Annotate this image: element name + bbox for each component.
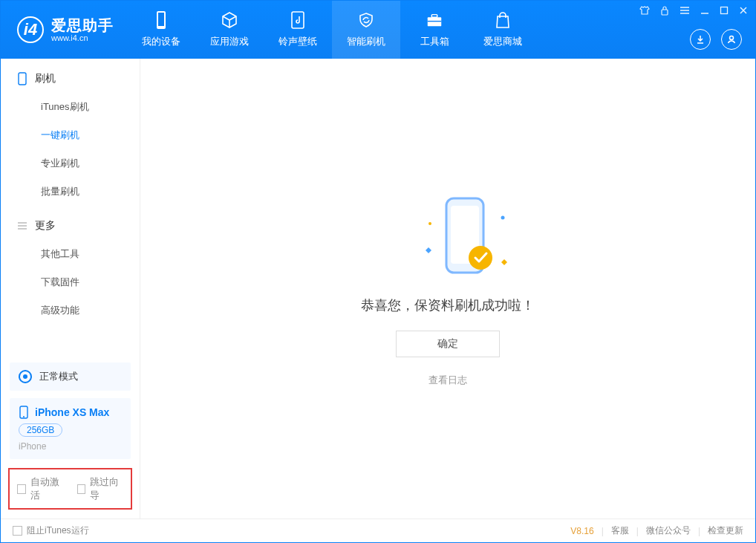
svg-rect-7 — [721, 7, 728, 14]
user-button[interactable] — [721, 29, 742, 50]
mode-indicator-icon — [19, 370, 32, 383]
lock-icon[interactable] — [660, 5, 669, 16]
ok-button[interactable]: 确定 — [396, 331, 500, 357]
nav-label: 我的设备 — [142, 35, 180, 48]
checkbox-label: 跳过向导 — [90, 475, 123, 502]
device-phone-icon — [19, 406, 29, 419]
bottom-options-highlight: 自动激活 跳过向导 — [8, 468, 132, 510]
music-file-icon — [289, 11, 307, 29]
version-label: V8.16 — [570, 526, 593, 536]
sidebar-item-batch-flash[interactable]: 批量刷机 — [1, 178, 140, 206]
menu-icon[interactable] — [680, 6, 690, 15]
svg-point-13 — [501, 215, 505, 219]
wechat-link[interactable]: 微信公众号 — [646, 524, 691, 537]
sidebar-group-flash: 刷机 — [1, 59, 140, 93]
sidebar-group-title: 刷机 — [35, 72, 56, 85]
sidebar-item-other-tools[interactable]: 其他工具 — [1, 240, 140, 268]
app-header: i4 爱思助手 www.i4.cn 我的设备 应用游戏 铃声壁纸 — [1, 1, 755, 59]
cube-icon — [221, 11, 238, 29]
check-update-link[interactable]: 检查更新 — [708, 524, 743, 537]
device-type: iPhone — [19, 441, 122, 452]
svg-point-16 — [469, 246, 492, 270]
success-message: 恭喜您，保资料刷机成功啦！ — [361, 296, 535, 314]
svg-rect-5 — [428, 21, 441, 22]
checkbox-label: 阻止iTunes运行 — [27, 524, 89, 537]
download-button[interactable] — [690, 29, 711, 50]
nav-tab-store[interactable]: 爱思商城 — [469, 1, 537, 59]
header-right-icons — [690, 29, 742, 50]
device-capacity: 256GB — [19, 423, 62, 437]
svg-rect-4 — [431, 15, 437, 18]
phone-outline-icon — [17, 72, 27, 85]
nav-label: 智能刷机 — [347, 35, 385, 48]
svg-rect-9 — [19, 73, 26, 85]
nav-tab-toolbox[interactable]: 工具箱 — [400, 1, 469, 59]
nav-label: 工具箱 — [420, 35, 449, 48]
mode-card[interactable]: 正常模式 — [10, 362, 131, 391]
checkbox-block-itunes[interactable]: 阻止iTunes运行 — [13, 524, 89, 537]
close-icon[interactable] — [739, 6, 748, 15]
svg-rect-1 — [158, 13, 164, 26]
checkbox-skip-guide[interactable]: 跳过向导 — [77, 475, 124, 502]
checkbox-label: 自动激活 — [30, 475, 64, 502]
sidebar-item-oneclick-flash[interactable]: 一键刷机 — [1, 121, 140, 149]
device-name: iPhone XS Max — [35, 406, 109, 418]
checkbox-auto-activate[interactable]: 自动激活 — [17, 475, 64, 502]
nav-label: 爱思商城 — [483, 35, 522, 48]
logo-title: 爱思助手 — [51, 17, 114, 33]
view-log-link[interactable]: 查看日志 — [428, 374, 467, 387]
svg-point-11 — [23, 416, 25, 417]
checkbox-icon — [77, 484, 86, 494]
svg-point-12 — [428, 222, 431, 225]
support-link[interactable]: 客服 — [611, 524, 629, 537]
sidebar-item-itunes-flash[interactable]: iTunes刷机 — [1, 93, 140, 121]
device-panel: 正常模式 iPhone XS Max 256GB iPhone — [10, 362, 131, 459]
titlebar-controls — [639, 5, 748, 16]
nav-tab-flash[interactable]: 智能刷机 — [332, 1, 400, 59]
logo-subtitle: www.i4.cn — [51, 33, 114, 42]
sidebar-group-title: 更多 — [35, 219, 56, 233]
success-illustration — [403, 191, 492, 280]
toolbox-icon — [426, 11, 443, 29]
nav-tab-device[interactable]: 我的设备 — [127, 1, 195, 59]
main-content: 恭喜您，保资料刷机成功啦！ 确定 查看日志 — [140, 59, 755, 518]
minimize-icon[interactable] — [700, 6, 709, 15]
sidebar-item-pro-flash[interactable]: 专业刷机 — [1, 149, 140, 178]
phone-icon — [152, 11, 170, 29]
svg-rect-3 — [428, 17, 441, 26]
nav-tab-apps[interactable]: 应用游戏 — [195, 1, 264, 59]
list-icon — [17, 221, 27, 230]
status-bar: 阻止iTunes运行 V8.16 | 客服 | 微信公众号 | 检查更新 — [1, 518, 755, 542]
device-card[interactable]: iPhone XS Max 256GB iPhone — [10, 398, 131, 459]
sidebar: 刷机 iTunes刷机 一键刷机 专业刷机 批量刷机 更多 其他工具 下载固件 … — [1, 59, 140, 518]
app-logo: i4 爱思助手 www.i4.cn — [1, 1, 127, 59]
refresh-shield-icon — [357, 11, 375, 29]
shirt-icon[interactable] — [639, 5, 650, 16]
mode-label: 正常模式 — [39, 370, 78, 383]
nav-tabs: 我的设备 应用游戏 铃声壁纸 智能刷机 工具箱 — [127, 1, 537, 59]
sidebar-group-more: 更多 — [1, 206, 140, 240]
svg-point-8 — [730, 36, 734, 40]
nav-label: 应用游戏 — [210, 35, 249, 48]
svg-rect-6 — [662, 10, 668, 15]
nav-tab-ringtones[interactable]: 铃声壁纸 — [264, 1, 332, 59]
sidebar-item-download-firmware[interactable]: 下载固件 — [1, 268, 140, 296]
logo-icon: i4 — [17, 16, 44, 43]
checkbox-icon — [13, 526, 22, 536]
shopping-bag-icon — [494, 11, 512, 29]
sidebar-item-advanced[interactable]: 高级功能 — [1, 296, 140, 325]
checkbox-icon — [17, 484, 26, 494]
maximize-icon[interactable] — [720, 6, 729, 15]
nav-label: 铃声壁纸 — [278, 35, 317, 48]
